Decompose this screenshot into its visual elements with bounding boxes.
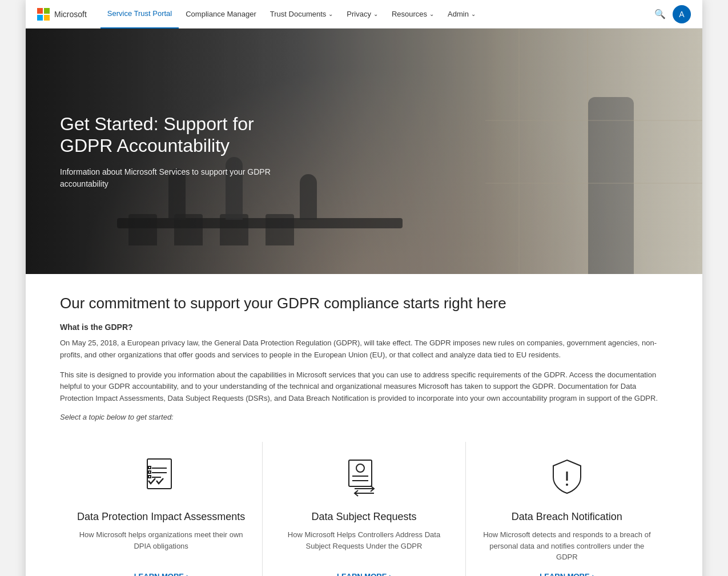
section-heading: Our commitment to support your GDPR comp…	[60, 295, 668, 312]
chevron-right-icon: ›	[592, 573, 594, 576]
main-content: Our commitment to support your GDPR comp…	[26, 274, 702, 576]
chevron-right-icon: ›	[389, 573, 391, 576]
ms-logo[interactable]: Microsoft	[37, 8, 87, 21]
body-paragraph-1: On May 25, 2018, a European privacy law,…	[60, 337, 668, 361]
card-dsr-learn-more[interactable]: LEARN MORE ›	[337, 572, 391, 576]
hero-content: Get Started: Support for GDPR Accountabi…	[60, 113, 288, 190]
chevron-right-icon: ›	[186, 573, 188, 576]
card-dpia-desc: How Microsoft helps organizations meet t…	[77, 529, 245, 563]
avatar[interactable]: A	[673, 5, 691, 23]
nav-admin[interactable]: Admin ⌄	[441, 0, 482, 29]
card-dbn: Data Breach Notification How Microsoft d…	[466, 442, 668, 576]
sub-heading: What is the GDPR?	[60, 323, 668, 332]
checklist-icon	[138, 453, 184, 499]
nav-privacy[interactable]: Privacy ⌄	[340, 0, 385, 29]
body-paragraph-2: This site is designed to provide you inf…	[60, 369, 668, 405]
nav-resources[interactable]: Resources ⌄	[385, 0, 441, 29]
hero-section: Get Started: Support for GDPR Accountabi…	[26, 29, 702, 274]
chevron-down-icon: ⌄	[429, 11, 434, 17]
hero-title: Get Started: Support for GDPR Accountabi…	[60, 113, 288, 157]
card-dpia-learn-more[interactable]: LEARN MORE ›	[134, 572, 188, 576]
card-dbn-learn-more[interactable]: LEARN MORE ›	[540, 572, 594, 576]
nav-trust-documents[interactable]: Trust Documents ⌄	[263, 0, 340, 29]
card-dpia: Data Protection Impact Assessments How M…	[60, 442, 263, 576]
svg-rect-5	[148, 471, 151, 473]
card-dsr: Data Subject Requests How Microsoft Help…	[263, 442, 465, 576]
card-dsr-title: Data Subject Requests	[311, 510, 416, 523]
nav-right: 🔍 A	[654, 5, 691, 23]
hero-subtitle: Information about Microsoft Services to …	[60, 166, 288, 190]
shield-alert-icon	[544, 453, 590, 499]
nav-bar: Microsoft Service Trust Portal Complianc…	[26, 0, 702, 29]
card-dsr-desc: How Microsoft Helps Controllers Address …	[280, 529, 448, 563]
svg-rect-4	[148, 466, 151, 469]
nav-service-trust-portal[interactable]: Service Trust Portal	[100, 0, 179, 29]
ms-logo-grid	[37, 8, 50, 21]
person-document-icon	[341, 453, 387, 499]
nav-links: Service Trust Portal Compliance Manager …	[100, 0, 654, 29]
chevron-down-icon: ⌄	[471, 11, 476, 17]
cards-row: Data Protection Impact Assessments How M…	[60, 442, 668, 576]
svg-rect-6	[148, 476, 151, 478]
chevron-down-icon: ⌄	[373, 11, 378, 17]
nav-compliance-manager[interactable]: Compliance Manager	[179, 0, 263, 29]
svg-point-14	[566, 484, 568, 486]
ms-logo-text: Microsoft	[54, 10, 87, 19]
cta-text: Select a topic below to get started:	[60, 413, 668, 421]
search-icon[interactable]: 🔍	[654, 9, 666, 19]
chevron-down-icon: ⌄	[328, 11, 333, 17]
svg-point-8	[356, 464, 364, 472]
card-dbn-desc: How Microsoft detects and responds to a …	[483, 529, 651, 563]
card-dbn-title: Data Breach Notification	[512, 510, 622, 523]
card-dpia-title: Data Protection Impact Assessments	[77, 510, 245, 523]
